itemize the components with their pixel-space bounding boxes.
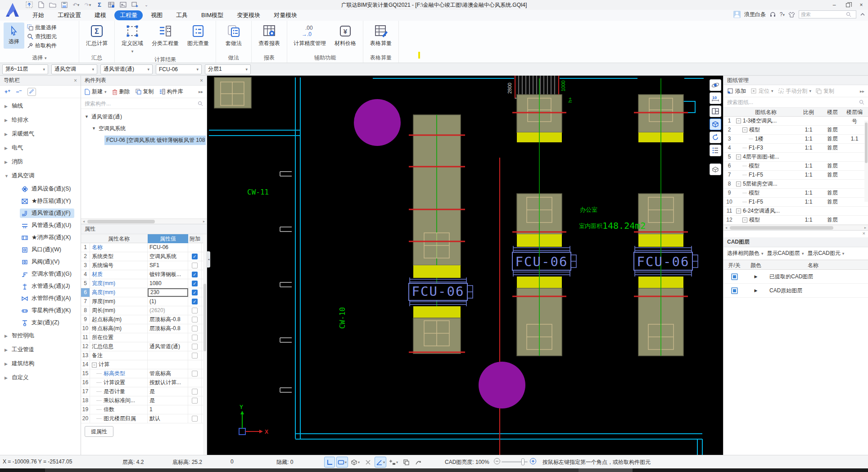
sheet-row[interactable]: 9 模型 1:1 首层 bbox=[723, 189, 868, 198]
view-report-button[interactable]: 查看报表 bbox=[255, 23, 283, 49]
prop-value[interactable]: 230 bbox=[148, 288, 188, 297]
collapse-sheet-icon[interactable]: − bbox=[742, 218, 747, 222]
component-list-hscrollbar[interactable]: ◂▸ bbox=[81, 218, 207, 224]
sheet-search-input[interactable] bbox=[727, 99, 856, 105]
apply-method-button[interactable]: 套做法 bbox=[220, 23, 248, 49]
user-name[interactable]: 浪里白条 bbox=[744, 11, 766, 18]
layers-list-button[interactable] bbox=[710, 145, 721, 156]
redo-icon[interactable]: ↷▾ bbox=[84, 1, 92, 9]
sheet-row[interactable]: 3 1楼 1:1 首层 1.1 bbox=[723, 135, 868, 144]
component-node-0[interactable]: ▼通风管道(通) bbox=[81, 111, 207, 123]
skin-icon[interactable] bbox=[788, 12, 795, 18]
component-node-1[interactable]: ▼空调风系统 bbox=[81, 123, 207, 134]
component-item-selected[interactable]: FCU-06 [空调风系统 镀锌薄钢板风管 108 bbox=[81, 134, 207, 146]
sheet-vscrollbar[interactable] bbox=[864, 121, 868, 202]
sheet-row[interactable]: 11 −6-24空调通风... bbox=[723, 207, 868, 216]
nav-group-fire[interactable]: ▶ 消防 bbox=[0, 155, 81, 169]
panel-collapse-handle[interactable]: ◂ bbox=[207, 251, 210, 268]
add-sheet-button[interactable]: 添加 bbox=[727, 87, 746, 95]
collapse-sheet-icon[interactable]: − bbox=[736, 182, 741, 186]
prop-value[interactable]: (1) bbox=[148, 297, 188, 306]
object-snap-3d-button[interactable]: ▾ bbox=[349, 457, 361, 467]
prop-value[interactable]: 空调风系统 bbox=[148, 252, 188, 261]
block-button[interactable] bbox=[710, 163, 721, 175]
arc-tool-button[interactable] bbox=[413, 457, 424, 467]
window-select-button[interactable]: ▾ bbox=[336, 457, 348, 467]
component-library-button[interactable]: 构件库 bbox=[159, 88, 183, 95]
nav-group-heating-gas[interactable]: ▶ 采暖燃气 bbox=[0, 127, 81, 141]
sheet-row[interactable]: 1 −1-3楼空调风... bbox=[723, 117, 868, 126]
frame-icon[interactable] bbox=[119, 1, 127, 9]
checkbox-unchecked-icon[interactable] bbox=[192, 326, 198, 331]
summary-calc-button[interactable]: Σ 汇总计算 bbox=[83, 23, 111, 49]
nav-group-axis[interactable]: ▶ 轴线 bbox=[0, 99, 81, 113]
material-price-button[interactable]: ¥ 材料价格 bbox=[331, 23, 359, 49]
floor-combo[interactable]: 第6~11层▾ bbox=[2, 64, 48, 74]
brightness-plus-button[interactable] bbox=[529, 458, 537, 466]
manual-split-button[interactable]: A手动分割▾ bbox=[778, 87, 812, 95]
nav-item-pipe-fitting[interactable]: 水管通头(通)(J) bbox=[0, 280, 81, 292]
precision-manage-button[interactable]: .00→.0 计算精度管理 bbox=[291, 23, 329, 49]
checkbox-unchecked-icon[interactable] bbox=[192, 344, 198, 349]
orbit-button[interactable] bbox=[710, 79, 721, 91]
checkbox-unchecked-icon[interactable] bbox=[192, 317, 198, 322]
layer-color-expand-icon[interactable]: ▶ bbox=[755, 274, 758, 279]
select-button[interactable]: 选择 bbox=[4, 23, 24, 49]
measure-scale-button[interactable]: 10 bbox=[710, 92, 721, 104]
checkbox-checked-icon[interactable]: ✓ bbox=[192, 254, 198, 259]
properties-vscrollbar[interactable] bbox=[203, 234, 207, 455]
tab-工具[interactable]: 工具 bbox=[171, 10, 193, 20]
tab-工程量[interactable]: 工程量 bbox=[114, 10, 143, 20]
refresh-button[interactable] bbox=[710, 132, 721, 143]
nav-item-air-damper[interactable]: 风阀(通)(V) bbox=[0, 256, 81, 268]
show-cad-element-button[interactable]: 显示CAD图元▾ bbox=[807, 250, 844, 257]
checkbox-checked-icon[interactable]: ✓ bbox=[192, 272, 198, 277]
expand-all-button[interactable]: +⁺ bbox=[5, 89, 10, 95]
view-cube-button[interactable] bbox=[710, 118, 721, 130]
collapse-sheet-icon[interactable]: − bbox=[736, 209, 741, 213]
nav-item-vent-duct[interactable]: 通风管道(通)(F) bbox=[0, 207, 81, 219]
global-search-box[interactable] bbox=[799, 10, 856, 18]
checkbox-unchecked-icon[interactable] bbox=[192, 263, 198, 268]
nav-group-electrical[interactable]: ▶ 电气 bbox=[0, 141, 81, 155]
qat-more-icon[interactable]: ⌄ bbox=[142, 1, 150, 9]
tab-工程设置[interactable]: 工程设置 bbox=[52, 10, 86, 20]
prop-value[interactable]: 按默认计算... bbox=[148, 378, 188, 387]
drawing-canvas[interactable]: 2800 1000 h+ bbox=[207, 76, 723, 455]
prop-value[interactable] bbox=[148, 351, 188, 360]
table-quantity-button[interactable]: 表格算量 bbox=[367, 23, 395, 49]
checkbox-checked-icon[interactable]: ✓ bbox=[192, 290, 198, 295]
component-combo[interactable]: FCU-06▾ bbox=[156, 64, 202, 74]
collapse-group-icon[interactable]: − bbox=[92, 363, 97, 368]
cad-layer-row[interactable]: ▶ CAD原始图层 bbox=[723, 284, 868, 298]
checkbox-unchecked-icon[interactable] bbox=[192, 416, 198, 422]
nav-group-structure[interactable]: ▶ 建筑结构 bbox=[0, 357, 81, 371]
prop-value[interactable]: FCU-06 bbox=[148, 243, 188, 252]
sheet-row[interactable]: 4 F1-F3 1:1 首层 bbox=[723, 144, 868, 153]
prop-value[interactable]: 是 bbox=[148, 387, 188, 396]
prop-value[interactable]: (2620) bbox=[148, 306, 188, 315]
delete-component-button[interactable]: 删除 bbox=[112, 88, 130, 95]
tab-视图[interactable]: 视图 bbox=[145, 10, 168, 20]
collapse-all-button[interactable]: −⁻ bbox=[16, 89, 22, 95]
prop-value[interactable]: 默认 bbox=[148, 414, 188, 423]
ortho-mode-button[interactable] bbox=[324, 457, 335, 467]
nav-item-support[interactable]: 支架(通)(Z) bbox=[0, 317, 81, 329]
batch-select-button[interactable]: 批量选择 bbox=[27, 24, 57, 32]
minimize-button[interactable]: – bbox=[827, 0, 841, 10]
collapse-sheet-icon[interactable]: − bbox=[736, 118, 741, 123]
tab-BIM模型[interactable]: BIM模型 bbox=[196, 10, 229, 20]
checkbox-checked-icon[interactable]: ✓ bbox=[192, 281, 198, 286]
screen-capture-icon[interactable] bbox=[25, 1, 33, 9]
layer-visibility-checkbox[interactable] bbox=[731, 287, 738, 294]
prop-value[interactable] bbox=[148, 360, 188, 369]
prop-value[interactable] bbox=[148, 333, 188, 342]
checkbox-unchecked-icon[interactable] bbox=[192, 308, 198, 313]
prop-value[interactable]: 1080 bbox=[148, 279, 188, 288]
checkbox-unchecked-icon[interactable] bbox=[192, 335, 198, 340]
nav-item-vent-equipment[interactable]: 通风设备(通)(S) bbox=[0, 183, 81, 195]
element-quantity-button[interactable]: 图元查量 bbox=[184, 23, 212, 49]
layer-visibility-checkbox[interactable] bbox=[731, 273, 738, 280]
show-cad-layer-button[interactable]: 显示CAD图层▾ bbox=[767, 250, 804, 257]
summary-calc-icon[interactable]: Σ bbox=[95, 1, 104, 9]
